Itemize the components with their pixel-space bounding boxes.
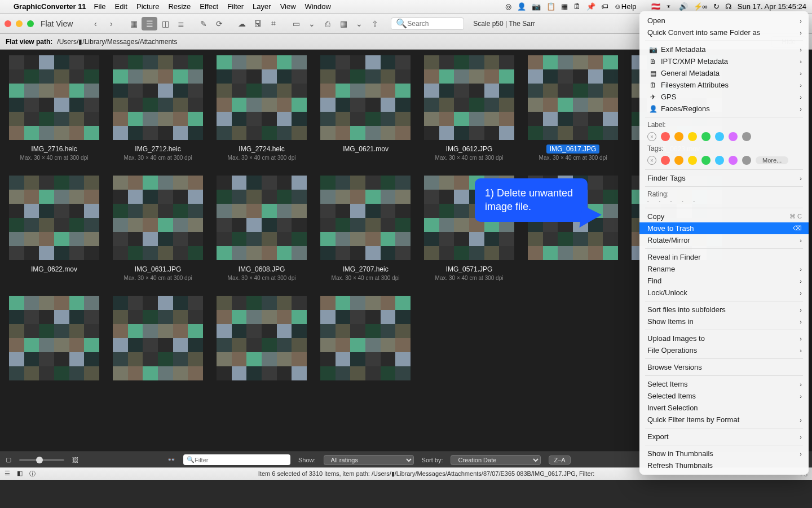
sort-direction-button[interactable]: Z–A	[549, 456, 570, 465]
minimize-window-button[interactable]	[16, 20, 23, 27]
ctx-rename[interactable]: Rename›	[639, 263, 809, 275]
nav-back-button[interactable]: ‹	[87, 17, 103, 30]
ctx-browse-versions[interactable]: Browse Versions	[639, 361, 809, 373]
show-select[interactable]: All ratings	[324, 455, 414, 465]
thumbnail-filename[interactable]	[362, 385, 369, 386]
ctx-open[interactable]: Open›	[639, 15, 809, 27]
ctx-iptc[interactable]: 🗎IPTC/XMP Metadata›	[639, 55, 809, 67]
menu-window[interactable]: Window	[305, 2, 331, 11]
menu-layer[interactable]: Layer	[253, 2, 271, 11]
ctx-general-metadata[interactable]: ▤General Metadata›	[639, 67, 809, 79]
color-dot[interactable]	[742, 156, 751, 165]
tool-cloud-icon[interactable]: ☁	[234, 17, 250, 30]
menu-resize[interactable]: Resize	[168, 2, 191, 11]
color-dot[interactable]	[674, 132, 683, 141]
thumbnail-tile[interactable]: IMG_0621.mov	[317, 55, 414, 161]
label-clear-button[interactable]: ×	[647, 156, 656, 165]
thumbnail-tile[interactable]: IMG_2724.heicMax. 30 × 40 cm at 300 dpi	[213, 55, 310, 161]
tool-crop-icon[interactable]: ⌗	[266, 17, 281, 30]
status-clipboard-icon[interactable]: 📋	[546, 2, 555, 11]
thumbnail-image[interactable]	[424, 55, 514, 140]
thumbnail-tile[interactable]: IMG_2707.heicMax. 30 × 40 cm at 300 dpi	[317, 176, 414, 281]
thumbnail-filename[interactable]: IMG_0612.JPG	[443, 144, 496, 154]
tool-slideshow-icon[interactable]: ▭	[288, 17, 304, 30]
ctx-move-to-trash[interactable]: Move to Trash⌫	[639, 222, 809, 234]
color-dot[interactable]	[661, 132, 670, 141]
ctx-faces[interactable]: 👤Faces/Regions›	[639, 103, 809, 115]
ctx-file-operations[interactable]: File Operations›	[639, 344, 809, 356]
thumbnail-tile[interactable]	[317, 296, 414, 387]
thumbnail-image[interactable]	[9, 55, 99, 140]
thumbnail-image[interactable]	[9, 296, 99, 380]
thumbnail-filename[interactable]: IMG_0631.JPG	[131, 265, 185, 274]
status-tag-icon[interactable]: 🏷	[601, 2, 608, 11]
thumbnail-filename[interactable]: IMG_0608.JPG	[235, 265, 289, 274]
view-list-icon[interactable]: ☰	[142, 17, 157, 30]
close-window-button[interactable]	[5, 20, 11, 27]
thumbnail-filename[interactable]: IMG_2724.heic	[235, 144, 288, 154]
thumbnail-tile[interactable]: IMG_0612.JPGMax. 30 × 40 cm at 300 dpi	[421, 55, 518, 161]
thumbnail-tile[interactable]: IMG_2716.heicMax. 30 × 40 cm at 300 dpi	[6, 55, 103, 161]
view-grid-icon[interactable]: ▦	[126, 17, 142, 30]
ctx-quick-filter-format[interactable]: Quick Filter Items by Format›	[639, 414, 809, 426]
thumbnail-image[interactable]	[113, 55, 203, 140]
ctx-filesystem-attrs[interactable]: 🗓Filesystem Attributes›	[639, 79, 809, 91]
status-user-icon[interactable]: 👤	[517, 2, 526, 11]
status-pin-icon[interactable]: 📌	[586, 2, 595, 11]
menu-effect[interactable]: Effect	[200, 2, 218, 11]
chevron-down-icon[interactable]: ⌄	[304, 17, 320, 30]
thumbnail-image[interactable]	[113, 176, 203, 260]
tool-print-icon[interactable]: ⎙	[320, 17, 336, 30]
status-package-icon[interactable]: ▦	[561, 2, 568, 11]
ctx-gps[interactable]: ✈GPS›	[639, 91, 809, 103]
status-camera-icon[interactable]: 📷	[532, 2, 541, 11]
tool-rotate-icon[interactable]: ⟳	[211, 17, 227, 30]
ctx-copy[interactable]: Copy⌘ C	[639, 211, 809, 222]
status-timemachine-icon[interactable]: ↻	[713, 2, 720, 11]
thumbnail-image[interactable]	[9, 176, 99, 260]
status-target-icon[interactable]: ◎	[505, 2, 511, 11]
menubar-clock[interactable]: Sun 17. Apr 15:45:24	[738, 2, 806, 11]
nav-forward-button[interactable]: ›	[103, 17, 119, 30]
thumbnail-image[interactable]	[528, 55, 618, 140]
thumb-size-slider[interactable]	[19, 459, 64, 461]
label-clear-button[interactable]: ×	[647, 132, 656, 141]
status-face-icon[interactable]: ☺	[614, 2, 621, 11]
ctx-find[interactable]: Find›	[639, 275, 809, 287]
ctx-finder-tags[interactable]: Finder Tags›	[639, 172, 809, 184]
thumbnail-tile[interactable]	[6, 296, 103, 387]
ctx-selected-items[interactable]: Selected Items›	[639, 390, 809, 402]
thumbnail-filename[interactable]	[258, 385, 265, 386]
color-dot[interactable]	[715, 132, 724, 141]
thumbnail-image[interactable]	[320, 176, 411, 260]
menu-view[interactable]: View	[280, 2, 296, 11]
ctx-quick-convert[interactable]: Quick Convert into same Folder as›	[639, 27, 809, 38]
statusbar-info-icon[interactable]: ⓘ	[29, 470, 36, 478]
thumbnail-filename[interactable]: IMG_0621.mov	[339, 144, 392, 154]
tags-more-button[interactable]: More...	[756, 156, 788, 164]
thumbnail-filename[interactable]: IMG_0571.JPG	[443, 265, 496, 274]
color-dot[interactable]	[742, 132, 751, 141]
thumbnail-filename[interactable]	[51, 385, 58, 386]
ctx-lock-unlock[interactable]: Lock/Unlock›	[639, 287, 809, 299]
menu-picture[interactable]: Picture	[136, 2, 159, 11]
thumbnail-tile[interactable]: IMG_2712.heicMax. 30 × 40 cm at 300 dpi	[109, 55, 206, 161]
ctx-export[interactable]: Export›	[639, 431, 809, 443]
menu-file[interactable]: File	[94, 2, 106, 11]
app-name-menu[interactable]: GraphicConverter 11	[14, 2, 86, 11]
menu-help[interactable]: Help	[621, 2, 637, 11]
toolbar-search[interactable]: 🔍	[391, 17, 464, 30]
color-dot[interactable]	[661, 156, 670, 165]
status-calendar-icon[interactable]: 🗓	[573, 2, 581, 11]
thumbnail-image[interactable]	[217, 176, 307, 260]
thumbnail-filename[interactable]: IMG_2716.heic	[28, 144, 80, 154]
view-detail-icon[interactable]: ≣	[173, 17, 189, 30]
thumbnail-filename[interactable]: IMG_0617.JPG	[546, 144, 600, 154]
statusbar-list-icon[interactable]: ☰	[5, 470, 10, 478]
chevron-down-icon[interactable]: ⌄	[351, 17, 367, 30]
ctx-show-in-thumbnails[interactable]: Show in Thumbnails›	[639, 448, 809, 459]
thumbnail-tile[interactable]: IMG_0608.JPGMax. 30 × 40 cm at 300 dpi	[213, 176, 310, 281]
thumb-small-icon[interactable]: ▢	[6, 456, 11, 463]
ctx-rotate-mirror[interactable]: Rotate/Mirror›	[639, 234, 809, 246]
filter-input[interactable]	[195, 457, 279, 463]
